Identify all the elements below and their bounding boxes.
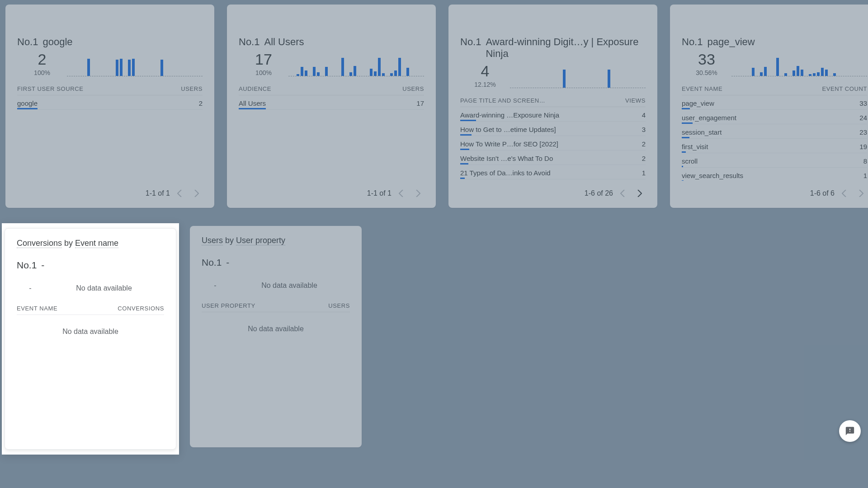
row-name: scroll — [682, 157, 698, 165]
feedback-button[interactable] — [839, 420, 861, 442]
sparkline-chart — [67, 55, 203, 76]
pager-next[interactable] — [411, 187, 424, 200]
pager-range: 1-6 of 26 — [585, 189, 613, 197]
table-row[interactable]: google2 — [17, 95, 203, 110]
conversions-by-event-card[interactable]: Conversions by Event nameNo.1--No data a… — [5, 228, 176, 450]
title-metric[interactable]: Users — [202, 236, 223, 245]
pager-next[interactable] — [854, 187, 867, 200]
rank-name: Award-winning Digit…y | Exposure Ninja — [486, 36, 646, 60]
card-title: Users by User property — [202, 236, 350, 245]
row-name: 21 Types of Da…inks to Avoid — [460, 169, 551, 177]
row-value: 8 — [863, 157, 867, 165]
title-by: by — [62, 239, 75, 248]
row-name: How to Get to …etime Updates] — [460, 126, 556, 133]
pager-next[interactable] — [190, 187, 203, 200]
pager-range: 1-6 of 6 — [810, 189, 835, 197]
rank-name: All Users — [264, 36, 304, 48]
table-row[interactable]: 21 Types of Da…inks to Avoid1 — [460, 165, 646, 179]
no-data-row: No data available — [17, 315, 164, 348]
rank-line: No.1page_view — [682, 36, 867, 48]
row-value: 2 — [199, 99, 203, 107]
metric-value: 2 — [17, 51, 67, 68]
row-value: 17 — [416, 99, 424, 107]
row-value: 1 — [642, 169, 646, 177]
column-header-1: PAGE TITLE AND SCREEN… — [460, 97, 545, 104]
metric-pct: 100% — [17, 69, 67, 76]
table-row[interactable]: How To Write P…for SEO [2022]2 — [460, 136, 646, 150]
rank-label: No.1 — [202, 257, 222, 268]
rank-label: No.1 — [17, 36, 38, 48]
rank-line: No.1google — [17, 36, 203, 48]
pager-prev[interactable] — [174, 187, 186, 200]
rank-line: No.1Award-winning Digit…y | Exposure Nin… — [460, 36, 646, 60]
rank-label: No.1 — [682, 36, 703, 48]
pager-next[interactable] — [633, 187, 646, 200]
sparkline-chart — [288, 55, 424, 76]
table-row[interactable]: first_visit19 — [682, 139, 867, 153]
row-name: Website Isn't …e's What To Do — [460, 155, 553, 162]
pager-prev[interactable] — [838, 187, 851, 200]
table-row[interactable]: How to Get to …etime Updates]3 — [460, 122, 646, 136]
metric-value: 17 — [239, 51, 288, 68]
metric-pct: 30.56% — [682, 69, 731, 76]
users-by-user-property-card[interactable]: Users by User propertyNo.1--No data avai… — [190, 226, 362, 447]
no-data-row: No data available — [202, 312, 350, 346]
highlighted-card-wrap: Conversions by Event nameNo.1--No data a… — [2, 223, 179, 455]
sparkline-chart — [731, 55, 867, 76]
pager-range: 1-1 of 1 — [367, 189, 392, 197]
title-by: by — [223, 236, 236, 245]
title-dimension[interactable]: Event name — [75, 239, 118, 248]
row-name: page_view — [682, 99, 714, 107]
row-name: session_start — [682, 128, 722, 136]
column-header-2: VIEWS — [625, 97, 646, 104]
column-header-1: FIRST USER SOURCE — [17, 85, 83, 92]
column-header-2: USERS — [181, 85, 203, 92]
column-header-1: USER PROPERTY — [202, 302, 255, 309]
column-header-1: AUDIENCE — [239, 85, 271, 92]
column-header-2: CONVERSIONS — [118, 305, 164, 312]
analytics-card: No.1All Users17100%AUDIENCEUSERSAll User… — [227, 5, 436, 208]
pager-range: 1-1 of 1 — [146, 189, 170, 197]
table-row[interactable]: Website Isn't …e's What To Do2 — [460, 150, 646, 165]
table-row[interactable]: All Users17 — [239, 95, 424, 110]
metric-value: 4 — [460, 62, 510, 80]
row-name: All Users — [239, 99, 266, 107]
row-name: How To Write P…for SEO [2022] — [460, 140, 558, 148]
rank-line: No.1- — [202, 257, 350, 268]
row-value: 4 — [642, 111, 646, 119]
table-row[interactable]: Award-winning …Exposure Ninja4 — [460, 107, 646, 122]
row-name: google — [17, 99, 38, 107]
metric-pct: 12.12% — [460, 81, 510, 88]
table-row[interactable]: user_engagement24 — [682, 110, 867, 124]
row-value: 2 — [642, 155, 646, 162]
row-name: view_search_results — [682, 172, 743, 179]
rank-label: No.1 — [17, 260, 37, 271]
column-header-1: EVENT NAME — [17, 305, 57, 312]
table-row[interactable]: view_search_results1 — [682, 168, 867, 181]
table-row[interactable]: scroll8 — [682, 153, 867, 168]
rank-line: No.1- — [17, 260, 164, 271]
row-value: 24 — [859, 114, 867, 122]
row-value: 1 — [863, 172, 867, 179]
column-header-1: EVENT NAME — [682, 85, 722, 92]
row-value: 23 — [859, 128, 867, 136]
metric-value: - — [202, 282, 229, 290]
column-header-2: USERS — [328, 302, 350, 309]
rank-name: - — [41, 260, 44, 271]
title-metric[interactable]: Conversions — [17, 239, 62, 248]
pager-prev[interactable] — [395, 187, 408, 200]
analytics-card: No.1google2100%FIRST USER SOURCEUSERSgoo… — [5, 5, 214, 208]
rank-label: No.1 — [239, 36, 259, 48]
rank-name: page_view — [707, 36, 755, 48]
rank-name: google — [42, 36, 72, 48]
table-row[interactable]: session_start23 — [682, 124, 867, 139]
pager-prev[interactable] — [617, 187, 629, 200]
title-dimension[interactable]: User property — [236, 236, 285, 245]
sparkline-chart — [510, 66, 646, 88]
rank-name: - — [226, 257, 229, 268]
card-title: Conversions by Event name — [17, 239, 164, 248]
row-value: 33 — [859, 99, 867, 107]
row-value: 2 — [642, 140, 646, 148]
row-value: 3 — [642, 126, 646, 133]
table-row[interactable]: page_view33 — [682, 95, 867, 110]
